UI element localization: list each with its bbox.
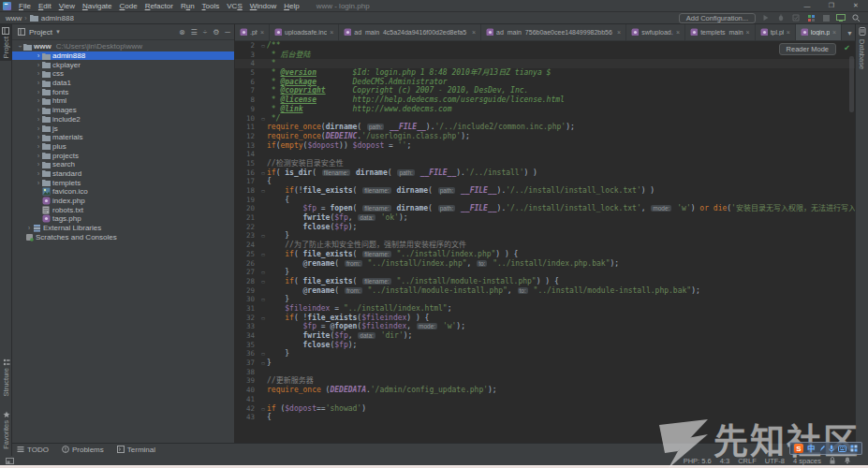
fold-marker[interactable]: ▭ [259, 358, 267, 368]
menu-file[interactable]: File [15, 2, 35, 10]
menu-tools[interactable]: Tools [199, 2, 224, 10]
tree-item-templets[interactable]: ›templets [12, 178, 234, 187]
expanded-arrow-icon[interactable]: › [17, 43, 23, 51]
collapsed-arrow-icon[interactable]: › [35, 116, 42, 123]
tree-item-ckplayer[interactable]: ›ckplayer [12, 60, 234, 69]
tree-item-search[interactable]: ›search [12, 160, 234, 169]
notifications-icon[interactable] [844, 457, 851, 464]
tree-item-scratches-and-consoles[interactable]: Scratches and Consoles [12, 232, 234, 241]
tree-item-fonts[interactable]: ›fonts [12, 87, 234, 96]
keyboard-icon[interactable] [838, 446, 846, 452]
minimize-button[interactable]: — [795, 0, 819, 12]
collapsed-arrow-icon[interactable]: › [35, 52, 42, 59]
locate-file-icon[interactable]: ⊗ [179, 28, 185, 37]
breadcrumb-root[interactable]: www [6, 14, 22, 22]
fold-marker[interactable]: ▭ [259, 404, 267, 414]
fold-marker[interactable]: ▭ [259, 295, 267, 304]
reader-mode-button[interactable]: Reader Mode [779, 43, 836, 55]
ime-grid-icon[interactable] [850, 445, 858, 452]
tree-item-tags-php[interactable]: tags.php [12, 214, 234, 224]
tree-item-index-php[interactable]: index.php [12, 197, 234, 206]
menu-help[interactable]: Help [280, 2, 302, 10]
collapsed-arrow-icon[interactable]: › [25, 225, 33, 231]
collapsed-arrow-icon[interactable]: › [35, 180, 42, 186]
expand-settings-icon[interactable]: ÷ [203, 28, 207, 37]
hidden-tabs-chevron-icon[interactable]: ▼ [846, 24, 853, 41]
menu-code[interactable]: Code [116, 2, 141, 10]
collapsed-arrow-icon[interactable]: › [35, 153, 42, 159]
editor-tab--php[interactable]: .php× [235, 24, 270, 40]
tree-item-robots-txt[interactable]: robots.txt [12, 205, 234, 214]
collapsed-arrow-icon[interactable]: › [35, 70, 42, 77]
tree-item-include2[interactable]: ›include2 [12, 115, 234, 124]
editor-tab-swfupload-php[interactable]: swfupload.php× [626, 24, 685, 40]
tool-window-problems[interactable]: Problems [62, 446, 104, 455]
menu-edit[interactable]: Edit [35, 2, 55, 10]
tool-window-todo[interactable]: TODO [17, 446, 49, 455]
fold-marker[interactable]: ▭ [259, 231, 267, 241]
code-editor[interactable]: 2▭/**3 * 后台登陆4 *5 * @version $Id: login.… [235, 41, 855, 443]
fold-marker[interactable]: ▭ [259, 186, 267, 196]
fold-marker[interactable]: ▭ [259, 114, 267, 124]
menu-window[interactable]: Window [246, 2, 280, 10]
tab-close-icon[interactable]: × [330, 29, 333, 36]
collapsed-arrow-icon[interactable]: › [35, 161, 42, 168]
microphone-icon[interactable] [829, 445, 834, 453]
project-view-selector[interactable]: Project [29, 28, 52, 37]
database-tab-label[interactable]: Database [858, 39, 866, 69]
maximize-button[interactable]: ❐ [819, 0, 844, 12]
collapsed-arrow-icon[interactable]: › [35, 170, 42, 177]
coverage-icon[interactable] [791, 13, 801, 22]
tree-item-favicon-ico[interactable]: favicon.ico [12, 187, 234, 197]
tree-item-external-libraries[interactable]: ›External Libraries [12, 224, 234, 233]
status-php-5.6[interactable]: PHP: 5.6 [684, 457, 712, 465]
tab-close-icon[interactable]: × [832, 29, 836, 36]
editor-tab-ad-main-4c5a24da9416f00d2ed8efa5-config-inc[interactable]: ad_main_4c5a24da9416f00d2ed8efa5_config.… [339, 24, 481, 40]
tab-close-icon[interactable]: × [472, 29, 476, 36]
search-everywhere-icon[interactable] [851, 13, 861, 22]
editor-tab-ad-main-756b0ae0cee148499982bb56-config-inc[interactable]: ad_main_756b0ae0cee148499982bb56_config.… [481, 24, 626, 40]
lock-icon[interactable] [830, 457, 835, 464]
fold-marker[interactable]: ▭ [259, 41, 267, 51]
fold-marker[interactable]: ▭ [259, 250, 267, 259]
preview-screen-icon[interactable] [836, 13, 846, 22]
tree-item-standard[interactable]: ›standard [12, 169, 234, 179]
fold-marker[interactable]: ▭ [259, 168, 267, 178]
tree-item-plus[interactable]: ›plus [12, 142, 234, 152]
inspections-ok-icon[interactable]: ✔ [844, 44, 850, 52]
collapsed-arrow-icon[interactable]: › [35, 125, 42, 132]
tool-window-switcher-icon[interactable] [6, 458, 14, 464]
status-4-spaces[interactable]: 4 spaces [793, 457, 821, 465]
tool-window-structure[interactable]: Structure [2, 356, 10, 399]
collapsed-arrow-icon[interactable]: › [35, 80, 42, 86]
tool-window-project[interactable]: Project [0, 24, 11, 61]
tree-item-admin888[interactable]: ›admin888 [12, 51, 234, 61]
fold-marker[interactable]: ▭ [259, 277, 267, 286]
breadcrumb-folder[interactable]: admin888 [41, 14, 74, 22]
tree-item-css[interactable]: ›css [12, 69, 234, 79]
editor-tab-uploadsafe-inc-php[interactable]: uploadsafe.inc.php× [270, 24, 339, 40]
menu-refactor[interactable]: Refactor [141, 2, 177, 10]
tab-close-icon[interactable]: × [676, 29, 680, 36]
tab-close-icon[interactable]: × [617, 29, 621, 36]
tab-close-icon[interactable]: × [746, 29, 750, 36]
collapsed-arrow-icon[interactable]: › [35, 89, 42, 95]
tool-window-terminal[interactable]: Terminal [117, 446, 155, 455]
run-icon[interactable] [761, 13, 771, 22]
add-configuration-button[interactable]: Add Configuration... [679, 13, 756, 23]
tool-window-favorites[interactable]: Favorites [2, 408, 10, 452]
collapsed-arrow-icon[interactable]: › [35, 97, 42, 104]
tree-item-html[interactable]: ›html [12, 96, 234, 106]
gear-icon[interactable]: ⚙ [213, 28, 219, 37]
tab-close-icon[interactable]: × [260, 29, 264, 36]
tab-close-icon[interactable]: × [787, 29, 790, 36]
collapse-all-icon[interactable]: ☰ [191, 28, 198, 37]
menu-navigate[interactable]: Navigate [79, 2, 116, 10]
collapsed-arrow-icon[interactable]: › [35, 62, 42, 68]
collapsed-arrow-icon[interactable]: › [35, 143, 42, 150]
sogou-logo[interactable]: S [794, 444, 803, 453]
editor-tab-login-php[interactable]: login.php× [796, 24, 842, 40]
debug-bug-icon[interactable] [776, 13, 786, 22]
ime-language-toggle[interactable]: 中 [807, 444, 816, 453]
menu-view[interactable]: View [55, 2, 79, 10]
